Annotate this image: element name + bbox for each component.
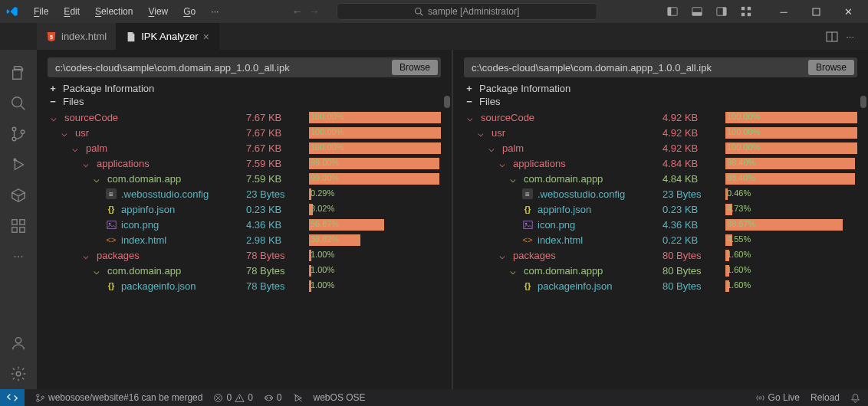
menu-edit[interactable]: Edit bbox=[58, 3, 86, 20]
image-file-icon bbox=[106, 219, 117, 230]
layout-panel-icon[interactable] bbox=[689, 5, 705, 18]
status-ports[interactable]: 0 bbox=[264, 392, 282, 403]
tree-item-pct: 4.73% bbox=[727, 203, 751, 214]
debug-icon[interactable] bbox=[0, 149, 37, 180]
tree-row[interactable]: <>index.html 2.98 KB 38.82% bbox=[48, 232, 441, 247]
tree-item-name: packageinfo.json bbox=[538, 280, 613, 292]
tree-item-name: sourceCode bbox=[64, 112, 118, 123]
tree-row[interactable]: icon.png 4.36 KB 56.87% bbox=[48, 217, 441, 232]
tree-row[interactable]: ≡.webosstudio.config 23 Bytes 0.46% bbox=[464, 186, 857, 201]
tree-row[interactable]: ⌵packages 78 Bytes 1.00% bbox=[48, 247, 441, 263]
source-control-icon[interactable] bbox=[0, 119, 37, 149]
tree-row[interactable]: {}appinfo.json 0.23 KB 4.73% bbox=[464, 201, 857, 217]
section-package-info[interactable]: +Package Information bbox=[48, 82, 441, 95]
tree-item-size: 4.36 KB bbox=[663, 219, 725, 231]
tree-item-name: icon.png bbox=[121, 219, 159, 231]
tab-ipk-analyzer[interactable]: IPK Analyzer × bbox=[117, 23, 219, 50]
vscode-logo-icon bbox=[6, 5, 18, 18]
tree-item-size: 78 Bytes bbox=[246, 265, 309, 277]
status-golive[interactable]: Go Live bbox=[755, 392, 800, 403]
accounts-icon[interactable] bbox=[0, 328, 37, 359]
tree-row[interactable]: ⌵packages 80 Bytes 1.60% bbox=[464, 247, 857, 263]
section-files[interactable]: −Files bbox=[48, 95, 441, 108]
remote-button[interactable] bbox=[0, 389, 25, 406]
menu-selection[interactable]: Selection bbox=[89, 3, 139, 20]
tree-row[interactable]: ⌵sourceCode 7.67 KB 100.00% bbox=[48, 110, 441, 125]
tree-row[interactable]: ⌵usr 7.67 KB 100.00% bbox=[48, 125, 441, 140]
status-merge[interactable]: webosose/website#16 can be merged bbox=[35, 392, 202, 403]
search-icon[interactable] bbox=[0, 88, 37, 119]
svg-line-1 bbox=[420, 13, 422, 15]
json-file-icon: {} bbox=[106, 204, 117, 214]
section-files[interactable]: −Files bbox=[464, 95, 857, 108]
tree-item-pct: 0.29% bbox=[311, 188, 334, 199]
menu-go[interactable]: Go bbox=[177, 3, 202, 20]
tree-row[interactable]: icon.png 4.36 KB 88.67% bbox=[464, 217, 857, 232]
box-icon[interactable] bbox=[0, 180, 37, 211]
svg-point-26 bbox=[15, 338, 21, 343]
section-package-info[interactable]: +Package Information bbox=[464, 82, 857, 95]
tree-row[interactable]: ≡.webosstudio.config 23 Bytes 0.29% bbox=[48, 186, 441, 201]
status-debug-disabled[interactable] bbox=[293, 393, 303, 403]
svg-rect-25 bbox=[20, 220, 25, 224]
tree-row[interactable]: ⌵com.domain.appp 80 Bytes 1.60% bbox=[464, 263, 857, 278]
chevron-down-icon: ⌵ bbox=[478, 127, 487, 139]
status-problems[interactable]: 0 0 bbox=[213, 392, 252, 403]
tree-row[interactable]: ⌵com.domain.app 7.59 KB 99.00% bbox=[48, 171, 441, 186]
svg-point-27 bbox=[16, 372, 21, 376]
scrollbar-thumb[interactable] bbox=[444, 96, 450, 108]
command-center-search[interactable]: sample [Administrator] bbox=[337, 3, 597, 20]
layout-sidebar-left-icon[interactable] bbox=[664, 5, 681, 18]
chevron-down-icon: ⌵ bbox=[488, 142, 498, 154]
layout-sidebar-right-icon[interactable] bbox=[713, 5, 730, 18]
tree-row[interactable]: ⌵applications 4.84 KB 98.40% bbox=[464, 156, 857, 171]
browse-button[interactable]: Browse bbox=[392, 60, 438, 75]
tree-item-size: 7.59 KB bbox=[246, 158, 309, 169]
tabs-bar: 5 index.html IPK Analyzer × ··· bbox=[0, 23, 868, 50]
status-bar: webosose/website#16 can be merged 0 0 0 … bbox=[0, 389, 868, 406]
svg-rect-9 bbox=[748, 7, 751, 10]
nav-forward-icon[interactable]: → bbox=[309, 5, 320, 18]
tree-item-pct: 4.55% bbox=[727, 234, 751, 245]
html5-icon: 5 bbox=[46, 31, 57, 42]
nav-back-icon[interactable]: ← bbox=[292, 5, 303, 18]
tree-item-size: 7.67 KB bbox=[246, 127, 309, 139]
tree-row[interactable]: ⌵com.domain.appp 4.84 KB 98.40% bbox=[464, 171, 857, 186]
window-minimize[interactable]: ─ bbox=[770, 1, 797, 22]
tree-row[interactable]: ⌵palm 7.67 KB 100.00% bbox=[48, 140, 441, 156]
browse-button[interactable]: Browse bbox=[808, 60, 854, 75]
window-maximize[interactable] bbox=[802, 1, 830, 22]
status-reload[interactable]: Reload bbox=[810, 392, 840, 403]
tree-row[interactable]: ⌵sourceCode 4.92 KB 100.00% bbox=[464, 110, 857, 125]
menu-view[interactable]: View bbox=[142, 3, 174, 20]
tree-row[interactable]: {}packageinfo.json 80 Bytes 1.60% bbox=[464, 278, 857, 293]
settings-gear-icon[interactable] bbox=[0, 359, 37, 389]
tree-row[interactable]: ⌵palm 4.92 KB 100.00% bbox=[464, 140, 857, 156]
extensions-icon[interactable] bbox=[0, 211, 37, 241]
tree-row[interactable]: ⌵usr 4.92 KB 100.00% bbox=[464, 125, 857, 140]
chevron-down-icon: ⌵ bbox=[94, 173, 103, 185]
tree-row[interactable]: {}appinfo.json 0.23 KB 3.02% bbox=[48, 201, 441, 217]
explorer-icon[interactable] bbox=[0, 57, 37, 88]
split-editor-icon[interactable] bbox=[826, 31, 838, 43]
chevron-down-icon: ⌵ bbox=[83, 250, 92, 261]
tree-item-name: appinfo.json bbox=[121, 204, 175, 215]
more-actions-icon[interactable]: ··· bbox=[846, 31, 854, 43]
menu-more[interactable]: ··· bbox=[205, 3, 225, 20]
tab-label: index.html bbox=[61, 31, 107, 42]
svg-line-17 bbox=[21, 106, 25, 110]
menu-file[interactable]: FFileile bbox=[28, 3, 54, 20]
tab-index-html[interactable]: 5 index.html bbox=[37, 23, 117, 50]
status-bell-icon[interactable] bbox=[850, 393, 860, 403]
tree-row[interactable]: {}packageinfo.json 78 Bytes 1.00% bbox=[48, 278, 441, 293]
close-icon[interactable]: × bbox=[203, 31, 209, 43]
customize-layout-icon[interactable] bbox=[738, 5, 755, 18]
overflow-icon[interactable]: ··· bbox=[0, 241, 37, 272]
status-product[interactable]: webOS OSE bbox=[314, 392, 366, 403]
tree-item-pct: 88.67% bbox=[727, 218, 755, 230]
tree-row[interactable]: <>index.html 0.22 KB 4.55% bbox=[464, 232, 857, 247]
scrollbar-thumb[interactable] bbox=[860, 96, 866, 108]
tree-row[interactable]: ⌵applications 7.59 KB 99.00% bbox=[48, 156, 441, 171]
tree-row[interactable]: ⌵com.domain.app 78 Bytes 1.00% bbox=[48, 263, 441, 278]
window-close[interactable]: ✕ bbox=[834, 1, 862, 22]
